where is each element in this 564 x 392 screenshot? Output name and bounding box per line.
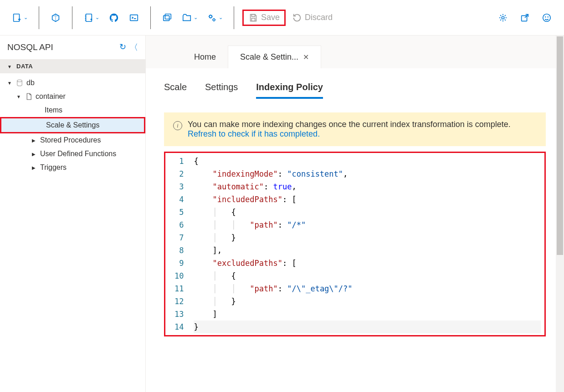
sidebar-title: NOSQL API ↻ 〈: [0, 36, 145, 59]
tree-node-container[interactable]: container: [0, 90, 145, 103]
refresh-icon[interactable]: ↻: [119, 42, 126, 53]
separator: [39, 6, 39, 29]
svg-rect-2: [130, 15, 138, 20]
notebooks-button[interactable]: ⌄: [81, 10, 102, 26]
tree-node-label: db: [26, 79, 35, 87]
banner-refresh-link[interactable]: Refresh to check if it has completed.: [188, 129, 320, 138]
separator: [72, 6, 72, 29]
github-button[interactable]: [106, 10, 122, 26]
tab-label: Scale & Settin...: [240, 52, 298, 62]
integrations-button[interactable]: [47, 10, 64, 26]
tree-node-label: Scale & Settings: [46, 121, 99, 129]
separator: [150, 6, 151, 29]
caret-down-icon: [7, 63, 13, 70]
subtab-indexing-policy[interactable]: Indexing Policy: [256, 82, 323, 99]
scrollbar-thumb[interactable]: [557, 36, 563, 255]
open-folder-button[interactable]: ⌄: [179, 10, 200, 26]
banner-text: You can make more indexing changes once …: [188, 120, 537, 139]
svg-point-5: [210, 15, 212, 18]
subtab-scale[interactable]: Scale: [164, 82, 187, 99]
settings-gears-button[interactable]: ⌄: [204, 10, 226, 26]
discard-button[interactable]: Discard: [289, 10, 335, 26]
save-button[interactable]: Save: [242, 10, 286, 26]
caret-right-icon: [32, 151, 37, 157]
tree-node-label: container: [36, 92, 66, 101]
chevron-down-icon: ⌄: [194, 15, 198, 20]
sidebar-title-label: NOSQL API: [7, 42, 53, 52]
tree-node-label: Items: [45, 106, 62, 114]
sidebar-section-data[interactable]: DATA: [0, 59, 145, 73]
tree-node-database[interactable]: db: [0, 76, 145, 90]
tree-node-label: Triggers: [40, 163, 67, 172]
svg-rect-7: [251, 14, 255, 16]
info-banner: i You can make more indexing changes onc…: [164, 112, 546, 146]
scrollbar[interactable]: ▲: [556, 36, 564, 392]
svg-point-13: [548, 16, 548, 17]
caret-right-icon: [32, 137, 37, 143]
svg-point-14: [17, 80, 22, 82]
subtab-settings[interactable]: Settings: [205, 82, 238, 99]
svg-point-6: [213, 19, 215, 21]
subtab-bar: Scale Settings Indexing Policy: [164, 82, 546, 99]
tree-node-triggers[interactable]: Triggers: [0, 161, 145, 174]
close-icon[interactable]: ✕: [303, 53, 309, 61]
content-body: Scale Settings Indexing Policy i You can…: [146, 68, 564, 392]
chevron-down-icon: ⌄: [219, 15, 223, 20]
tab-home[interactable]: Home: [182, 46, 228, 68]
content-area: Home Scale & Settin... ✕ Scale Settings …: [146, 36, 564, 392]
new-window-button[interactable]: [159, 10, 175, 26]
code-content[interactable]: { "indexingMode": "consistent", "automat…: [190, 153, 544, 335]
line-number-gutter: 1234567891011121314: [165, 153, 190, 335]
save-button-label: Save: [261, 13, 280, 22]
tree-node-items[interactable]: Items: [0, 103, 145, 117]
svg-rect-4: [165, 14, 171, 19]
tree-node-scale-settings[interactable]: Scale & Settings: [0, 117, 145, 133]
chevron-down-icon: ⌄: [95, 15, 99, 20]
svg-rect-1: [86, 14, 92, 21]
svg-rect-0: [14, 14, 20, 21]
json-editor[interactable]: 1234567891011121314 { "indexingMode": "c…: [164, 152, 546, 336]
tree-node-udf[interactable]: User Defined Functions: [0, 147, 145, 161]
resource-tree: db container Items Scale & Settings Stor…: [0, 73, 145, 177]
caret-down-icon: [7, 80, 13, 86]
feedback-smiley-icon[interactable]: [538, 10, 555, 26]
svg-point-9: [502, 16, 504, 19]
sidebar: NOSQL API ↻ 〈 DATA db co: [0, 36, 146, 392]
svg-rect-3: [164, 15, 169, 20]
toolbar: ⌄ ⌄ ⌄ ⌄ Save Discard: [0, 0, 564, 36]
tab-label: Home: [194, 52, 216, 62]
new-resource-button[interactable]: ⌄: [9, 10, 31, 26]
collapse-sidebar-icon[interactable]: 〈: [130, 42, 138, 53]
caret-right-icon: [32, 164, 37, 171]
separator: [234, 6, 234, 29]
database-icon: [15, 79, 24, 87]
svg-rect-8: [251, 18, 255, 20]
tab-bar: Home Scale & Settin... ✕: [146, 36, 564, 68]
tab-scale-settings[interactable]: Scale & Settin... ✕: [228, 46, 321, 68]
banner-message: You can make more indexing changes once …: [188, 120, 511, 129]
container-icon: [25, 92, 33, 101]
info-icon: i: [173, 121, 182, 130]
sidebar-section-label: DATA: [16, 63, 33, 70]
tree-node-label: User Defined Functions: [40, 150, 116, 158]
caret-down-icon: [16, 93, 22, 100]
tree-node-label: Stored Procedures: [40, 136, 101, 144]
discard-button-label: Discard: [305, 13, 333, 22]
gear-icon[interactable]: [495, 10, 511, 26]
open-external-icon[interactable]: [517, 10, 533, 26]
svg-point-11: [543, 14, 551, 21]
svg-point-12: [545, 16, 546, 17]
tree-node-stored-procedures[interactable]: Stored Procedures: [0, 133, 145, 147]
terminal-button[interactable]: [126, 10, 142, 26]
chevron-down-icon: ⌄: [24, 15, 28, 20]
